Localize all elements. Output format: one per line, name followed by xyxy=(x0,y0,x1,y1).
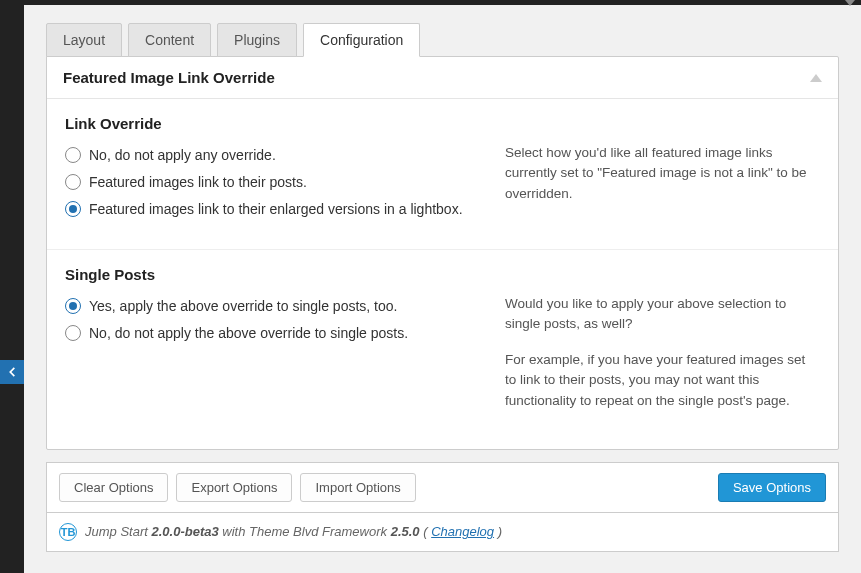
footer-intro: Jump Start xyxy=(85,524,148,539)
radio-label: No, do not apply any override. xyxy=(89,146,475,165)
tab-configuration[interactable]: Configuration xyxy=(303,23,420,57)
radio-label: Featured images link to their enlarged v… xyxy=(89,200,475,219)
import-options-button[interactable]: Import Options xyxy=(300,473,415,502)
changelog-link[interactable]: Changelog xyxy=(431,524,494,539)
single-posts-help-2: For example, if you have your featured i… xyxy=(505,350,820,411)
section-link-override: Link Override No, do not apply any overr… xyxy=(47,99,838,250)
footer-paren-open: ( xyxy=(423,524,427,539)
footer-framework-version: 2.5.0 xyxy=(391,524,420,539)
admin-menu-strip xyxy=(0,0,24,573)
chevron-left-icon xyxy=(5,365,19,379)
radio-icon xyxy=(65,298,81,314)
section-single-posts: Single Posts Yes, apply the above overri… xyxy=(47,250,838,449)
radio-single-no[interactable]: No, do not apply the above override to s… xyxy=(65,324,475,343)
radio-label: No, do not apply the above override to s… xyxy=(89,324,475,343)
action-bar: Clear Options Export Options Import Opti… xyxy=(46,462,839,513)
link-override-help: Select how you'd like all featured image… xyxy=(505,143,820,204)
collapse-icon xyxy=(810,74,822,82)
radio-icon xyxy=(65,174,81,190)
tab-content[interactable]: Content xyxy=(128,23,211,57)
tab-plugins[interactable]: Plugins xyxy=(217,23,297,57)
footer-paren-close: ) xyxy=(498,524,502,539)
radio-label: Featured images link to their posts. xyxy=(89,173,475,192)
export-options-button[interactable]: Export Options xyxy=(176,473,292,502)
framework-footer: TB Jump Start 2.0.0-beta3 with Theme Blv… xyxy=(46,513,839,552)
radio-icon xyxy=(65,147,81,163)
collapse-menu-button[interactable] xyxy=(0,360,24,384)
link-override-heading: Link Override xyxy=(65,115,475,132)
settings-panel: Featured Image Link Override Link Overri… xyxy=(46,56,839,450)
single-posts-heading: Single Posts xyxy=(65,266,475,283)
radio-icon xyxy=(65,325,81,341)
radio-label: Yes, apply the above override to single … xyxy=(89,297,475,316)
tab-bar: Layout Content Plugins Configuration xyxy=(46,23,839,57)
radio-override-lightbox[interactable]: Featured images link to their enlarged v… xyxy=(65,200,475,219)
save-options-button[interactable]: Save Options xyxy=(718,473,826,502)
radio-icon xyxy=(65,201,81,217)
radio-override-posts[interactable]: Featured images link to their posts. xyxy=(65,173,475,192)
single-posts-help-1: Would you like to apply your above selec… xyxy=(505,294,820,335)
tab-layout[interactable]: Layout xyxy=(46,23,122,57)
panel-header[interactable]: Featured Image Link Override xyxy=(47,57,838,99)
radio-single-yes[interactable]: Yes, apply the above override to single … xyxy=(65,297,475,316)
panel-title: Featured Image Link Override xyxy=(63,69,275,86)
themeblvd-icon: TB xyxy=(59,523,77,541)
footer-with: with Theme Blvd Framework xyxy=(222,524,387,539)
clear-options-button[interactable]: Clear Options xyxy=(59,473,168,502)
radio-override-none[interactable]: No, do not apply any override. xyxy=(65,146,475,165)
footer-version: 2.0.0-beta3 xyxy=(151,524,218,539)
